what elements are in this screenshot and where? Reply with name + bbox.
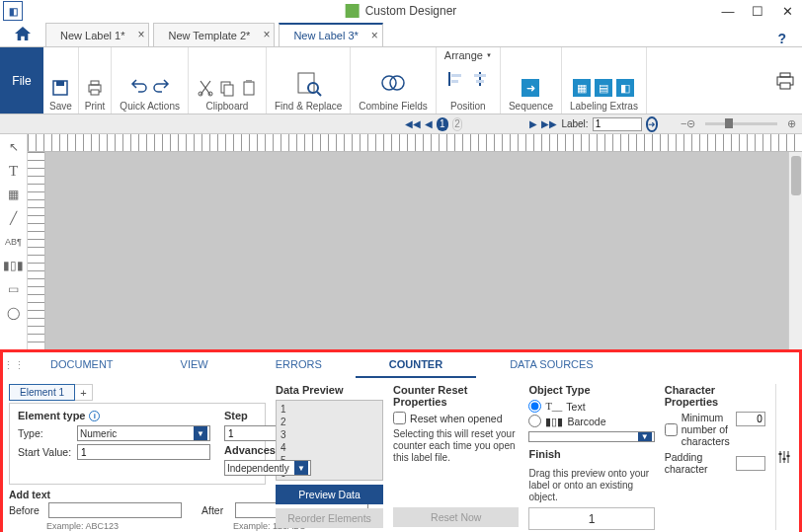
padding-char-input[interactable] — [736, 456, 765, 471]
close-icon[interactable]: × — [371, 29, 378, 42]
clipboard-group: Clipboard — [189, 47, 267, 114]
close-icon[interactable]: × — [263, 28, 270, 41]
panel-settings-toggle[interactable] — [775, 384, 793, 530]
maximize-button[interactable]: ☐ — [743, 1, 772, 21]
svg-rect-18 — [451, 80, 458, 83]
finish-header: Finish — [528, 448, 654, 460]
select-tool[interactable]: ↖ — [5, 138, 23, 156]
find-replace-group[interactable]: Find & Replace — [267, 47, 351, 114]
min-chars-input[interactable] — [736, 412, 765, 426]
vertical-scrollbar[interactable] — [788, 152, 802, 349]
tab-counter[interactable]: COUNTER — [356, 352, 476, 378]
zoom-out-icon[interactable]: −⊝ — [681, 117, 695, 130]
close-icon[interactable]: × — [137, 28, 144, 41]
info-icon[interactable]: i — [89, 411, 100, 421]
combine-fields-group[interactable]: Combine Fields — [351, 47, 436, 114]
sliders-icon — [777, 450, 791, 464]
barcode-type-select[interactable]: ▼ — [528, 431, 654, 442]
position-group: Arrange▼ Position — [437, 47, 501, 114]
extras-label: Labeling Extras — [570, 101, 638, 112]
zoom-slider[interactable] — [705, 122, 777, 125]
svg-rect-30 — [787, 455, 790, 457]
shape-tool[interactable]: ◯ — [5, 304, 23, 322]
add-text-header: Add text — [9, 489, 266, 500]
element-tab-1[interactable]: Element 1 — [9, 384, 75, 401]
app-icon: ◧ — [3, 1, 23, 21]
image-tool[interactable]: ▭ — [5, 280, 23, 298]
doc-tab-label: New Label 1* — [60, 30, 124, 41]
svg-rect-21 — [476, 80, 484, 83]
doc-tab-2[interactable]: New Template 2* × — [153, 23, 275, 46]
label-index-input[interactable] — [593, 117, 642, 131]
prev-page-button[interactable]: ◀ — [425, 118, 433, 129]
align-left-icon[interactable] — [447, 70, 465, 88]
save-label: Save — [49, 101, 72, 112]
sequence-label: Sequence — [509, 101, 553, 112]
ruler-vertical — [28, 152, 45, 349]
tab-data-sources[interactable]: DATA SOURCES — [476, 352, 627, 378]
advances-select[interactable]: Independently▼ — [224, 460, 311, 476]
print-label: Print — [85, 101, 106, 112]
finish-preview[interactable]: 1 — [528, 507, 654, 530]
line-tool[interactable]: ╱ — [5, 209, 23, 227]
page-current[interactable]: 1 — [437, 117, 448, 131]
svg-rect-17 — [451, 74, 461, 77]
type-select[interactable]: Numeric▼ — [77, 425, 210, 441]
reset-when-opened-checkbox[interactable]: Reset when opened — [393, 412, 519, 424]
print-group[interactable]: Print — [79, 47, 113, 114]
radio-text[interactable]: T__Text — [528, 400, 654, 413]
print-button-right[interactable] — [768, 47, 802, 114]
svg-point-12 — [308, 83, 318, 93]
page-other[interactable]: 2 — [452, 117, 463, 131]
zoom-in-icon[interactable]: ⊕ — [787, 117, 796, 130]
copy-icon[interactable] — [218, 79, 236, 97]
arrange-dropdown[interactable]: Arrange▼ — [444, 49, 492, 61]
paste-icon[interactable] — [240, 79, 258, 97]
barcode-tool[interactable]: ▮▯▮ — [5, 257, 23, 274]
design-canvas[interactable] — [45, 152, 788, 349]
tab-view[interactable]: VIEW — [147, 352, 242, 378]
panel-drag-handle[interactable]: ⋮⋮ — [3, 359, 17, 372]
step-header: Step — [224, 410, 248, 421]
min-chars-checkbox[interactable]: Minimum number of characters — [665, 412, 730, 447]
tab-document[interactable]: DOCUMENT — [17, 352, 147, 378]
svg-rect-10 — [246, 80, 252, 83]
close-button[interactable]: ✕ — [772, 1, 802, 21]
minimize-button[interactable]: — — [713, 1, 743, 21]
home-button[interactable] — [0, 21, 45, 46]
first-page-button[interactable]: ◀◀ — [405, 118, 421, 129]
radio-barcode[interactable]: ▮▯▮Barcode — [528, 415, 654, 427]
text-tool[interactable]: T — [5, 162, 23, 180]
tab-errors[interactable]: ERRORS — [242, 352, 356, 378]
start-value-input[interactable] — [77, 444, 210, 460]
save-group[interactable]: Save — [43, 47, 79, 114]
last-page-button[interactable]: ▶▶ — [541, 118, 557, 129]
labeling-extras-group[interactable]: ▦ ▤ ◧ Labeling Extras — [562, 47, 647, 114]
date-tool[interactable]: ▦ — [5, 186, 23, 203]
undo-icon[interactable] — [130, 79, 148, 97]
svg-point-14 — [382, 76, 396, 90]
add-element-button[interactable]: + — [75, 384, 93, 401]
combine-label: Combine Fields — [359, 101, 427, 112]
sequence-group[interactable]: ➜ Sequence — [501, 47, 562, 114]
preview-data-button[interactable]: Preview Data — [276, 485, 383, 504]
extra1-icon: ▦ — [573, 79, 591, 97]
file-menu[interactable]: File — [0, 47, 43, 114]
align-center-icon[interactable] — [471, 70, 489, 88]
richtext-tool[interactable]: AB¶ — [5, 233, 23, 251]
go-button[interactable]: ➜ — [646, 116, 659, 132]
redo-icon[interactable] — [152, 79, 170, 97]
doc-tab-3[interactable]: New Label 3* × — [279, 23, 382, 46]
next-page-button[interactable]: ▶ — [529, 118, 537, 129]
before-input[interactable] — [48, 502, 182, 518]
help-button[interactable]: ? — [777, 31, 786, 46]
doc-tab-1[interactable]: New Label 1* × — [45, 23, 149, 46]
before-example: Example: ABC123 — [46, 521, 182, 531]
quick-actions-group: Quick Actions — [112, 47, 189, 114]
combine-icon — [379, 69, 407, 97]
svg-rect-8 — [224, 85, 233, 96]
reset-description: Selecting this will reset your counter e… — [393, 428, 519, 464]
type-label: Type: — [18, 427, 73, 439]
cut-icon[interactable] — [197, 79, 214, 97]
find-label: Find & Replace — [275, 101, 342, 112]
